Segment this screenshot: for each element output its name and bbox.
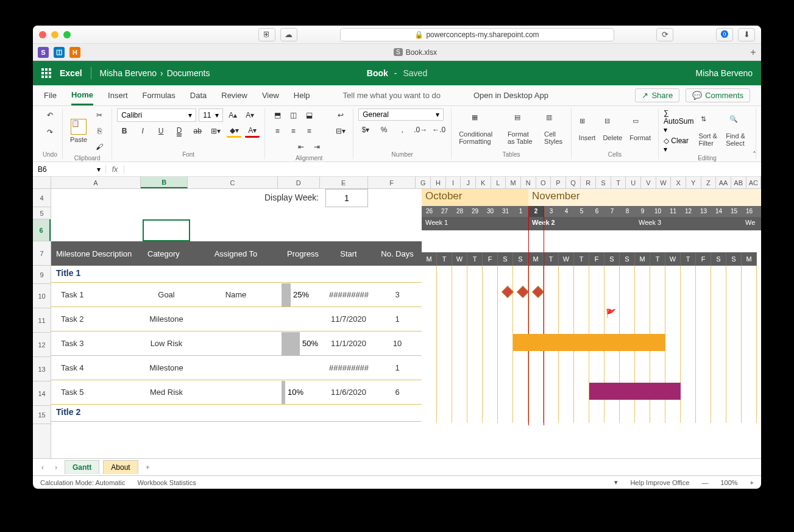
app-launcher[interactable]: [41, 68, 51, 78]
col-B[interactable]: B: [141, 177, 188, 188]
col-R[interactable]: R: [581, 177, 596, 188]
task-row[interactable]: Task 3 Low Risk 50% 11/1/2020 10: [51, 332, 422, 356]
reload-icon[interactable]: ⟳: [656, 28, 673, 41]
row-12[interactable]: 12: [33, 333, 51, 357]
tell-me[interactable]: Tell me what you want to do: [343, 91, 441, 100]
dec-decimal[interactable]: ←.0: [431, 123, 446, 137]
tab-review[interactable]: Review: [221, 91, 247, 100]
maximize-window[interactable]: [63, 31, 71, 38]
insert-cells-button[interactable]: ⊞Insert: [576, 116, 598, 143]
col-AB[interactable]: AB: [731, 177, 746, 188]
autosum-button[interactable]: ∑ AutoSum ▾: [664, 108, 693, 134]
minimize-window[interactable]: [51, 31, 58, 38]
col-K[interactable]: K: [476, 177, 491, 188]
font-size[interactable]: 11▾: [199, 108, 223, 122]
col-Y[interactable]: Y: [686, 177, 701, 188]
font-color[interactable]: A▾: [245, 124, 260, 138]
tab-formulas[interactable]: Formulas: [143, 91, 175, 100]
shrink-font[interactable]: A▾: [243, 108, 257, 122]
number-format-select[interactable]: General▾: [358, 108, 444, 121]
align-center[interactable]: ≡: [286, 124, 300, 138]
indent-inc[interactable]: ⇥: [310, 140, 324, 154]
tab-file[interactable]: File: [44, 91, 57, 100]
row-7[interactable]: 7: [33, 241, 51, 266]
indent-dec[interactable]: ⇤: [294, 140, 308, 154]
col-I[interactable]: I: [446, 177, 461, 188]
sort-filter-button[interactable]: ⇅Sort & Filter: [696, 114, 721, 148]
border-button[interactable]: ⊞▾: [208, 124, 223, 138]
align-bot[interactable]: ⬓: [302, 108, 316, 122]
title-1[interactable]: Title 1: [51, 266, 422, 283]
cell-area[interactable]: Display Week: October November 262728293…: [51, 189, 761, 458]
row-15[interactable]: 15: [33, 406, 51, 424]
close-window[interactable]: [39, 31, 46, 38]
col-X[interactable]: X: [671, 177, 686, 188]
zoom-level[interactable]: 100%: [720, 479, 737, 486]
align-right[interactable]: ≡: [302, 124, 316, 138]
col-U[interactable]: U: [626, 177, 641, 188]
select-all[interactable]: [33, 177, 51, 188]
tab-insert[interactable]: Insert: [108, 91, 128, 100]
cond-fmt-button[interactable]: ▦Conditional Formatting: [456, 112, 503, 146]
share-button[interactable]: ↗Share: [635, 88, 679, 102]
strike-button[interactable]: ab: [190, 124, 205, 138]
fmt-table-button[interactable]: ▤Format as Table: [505, 112, 539, 146]
row-4[interactable]: 4: [33, 189, 51, 207]
task-row[interactable]: Task 2 Milestone 11/7/2020 1: [51, 307, 422, 332]
col-P[interactable]: P: [551, 177, 566, 188]
copy-button[interactable]: ⎘: [92, 124, 107, 138]
col-O[interactable]: O: [536, 177, 551, 188]
comma-button[interactable]: ,: [395, 123, 409, 137]
col-C[interactable]: C: [188, 177, 278, 188]
help-improve[interactable]: Help Improve Office: [630, 479, 689, 486]
bold-button[interactable]: B: [117, 124, 132, 138]
row-10[interactable]: 10: [33, 284, 51, 308]
col-F[interactable]: F: [368, 177, 416, 188]
col-T[interactable]: T: [611, 177, 626, 188]
currency-button[interactable]: $▾: [358, 123, 373, 137]
col-H[interactable]: H: [431, 177, 446, 188]
open-desktop[interactable]: Open in Desktop App: [473, 91, 548, 100]
doc-title[interactable]: Book: [367, 68, 388, 78]
clear-button[interactable]: ◇ Clear ▾: [664, 137, 693, 154]
zoom-in[interactable]: +: [750, 479, 754, 486]
pinned-tab-1[interactable]: S: [38, 47, 49, 58]
user-menu[interactable]: Misha Berveno: [696, 68, 753, 78]
percent-button[interactable]: %: [377, 123, 391, 137]
col-L[interactable]: L: [491, 177, 506, 188]
name-box[interactable]: B6▾: [33, 165, 106, 174]
align-top[interactable]: ⬒: [270, 108, 285, 122]
breadcrumb[interactable]: Misha Berveno › Documents: [100, 68, 210, 78]
col-AC[interactable]: AC: [746, 177, 762, 188]
row-14[interactable]: 14: [33, 381, 51, 406]
col-Z[interactable]: Z: [701, 177, 717, 188]
fill-color[interactable]: ◆▾: [227, 124, 241, 138]
col-D[interactable]: D: [278, 177, 320, 188]
col-N[interactable]: N: [521, 177, 536, 188]
paste-button[interactable]: 📋Paste: [68, 118, 90, 144]
inc-decimal[interactable]: .0→: [413, 123, 428, 137]
col-A[interactable]: A: [51, 177, 141, 188]
row-9[interactable]: 9: [33, 266, 51, 284]
row-6[interactable]: 6: [33, 219, 51, 241]
format-painter[interactable]: 🖌: [92, 140, 107, 154]
ext-icon-1[interactable]: ⓿: [716, 28, 733, 41]
format-cells-button[interactable]: ▭Format: [627, 116, 653, 143]
find-select-button[interactable]: 🔍Find & Select: [723, 114, 751, 148]
cloud-icon[interactable]: ☁: [280, 28, 297, 41]
row-11[interactable]: 11: [33, 308, 51, 333]
col-E[interactable]: E: [320, 177, 368, 188]
zoom-out[interactable]: —: [701, 479, 708, 486]
col-S[interactable]: S: [596, 177, 611, 188]
undo-button[interactable]: ↶: [43, 108, 57, 122]
wrap-text[interactable]: ↩: [333, 108, 348, 122]
font-select[interactable]: Calibri▾: [117, 108, 196, 122]
browser-url[interactable]: 🔒 powerconcepts-my.sharepoint.com: [340, 28, 614, 41]
cut-button[interactable]: ✂: [92, 108, 107, 122]
row-13[interactable]: 13: [33, 357, 51, 381]
collapse-ribbon[interactable]: ˄: [753, 151, 756, 159]
col-W[interactable]: W: [656, 177, 672, 188]
sheet-gantt[interactable]: Gantt: [65, 460, 99, 474]
underline-button[interactable]: U: [154, 124, 168, 138]
tab-view[interactable]: View: [262, 91, 279, 100]
